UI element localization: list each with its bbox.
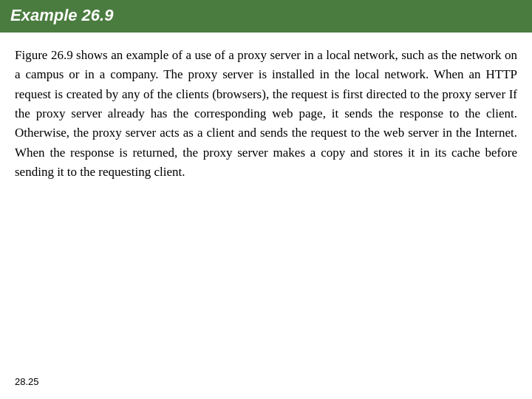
example-title: Example 26.9: [10, 6, 113, 25]
content-area: Figure 26.9 shows an example of a use of…: [0, 33, 532, 399]
body-paragraph: Figure 26.9 shows an example of a use of…: [15, 46, 517, 182]
title-bar: Example 26.9: [0, 0, 532, 33]
page-number: 28.25: [15, 376, 517, 392]
page-container: Example 26.9 Figure 26.9 shows an exampl…: [0, 0, 532, 399]
